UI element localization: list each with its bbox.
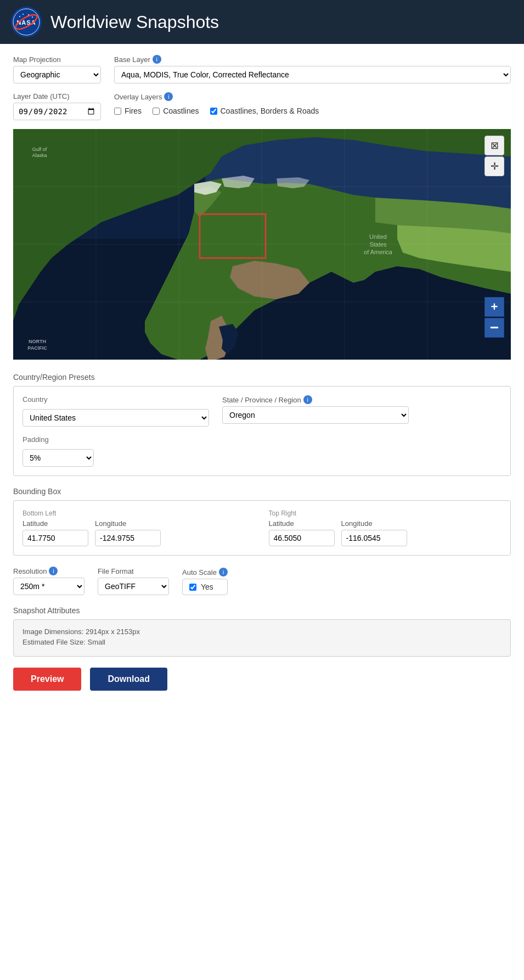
crop-tool-button[interactable]: ⊠: [484, 136, 504, 155]
base-layer-group: Base Layer i Aqua, MODIS, True Color, Co…: [114, 55, 511, 83]
image-dimensions-label: Image Dimensions:: [22, 628, 83, 636]
image-dimensions-row: Image Dimensions: 2914px x 2153px: [22, 628, 502, 636]
svg-text:United: United: [369, 233, 387, 240]
map-projection-select[interactable]: Geographic Arctic Antarctic: [13, 66, 101, 83]
top-right-lon-group: Longitude: [341, 519, 407, 546]
padding-select[interactable]: 0% 5% 10% 15% 20%: [22, 449, 94, 467]
country-label: Country: [22, 395, 209, 404]
svg-text:of America: of America: [364, 249, 393, 255]
top-right-lat-group: Latitude: [269, 519, 335, 546]
top-right-lon-label: Longitude: [341, 519, 407, 528]
map-projection-label: Map Projection: [13, 55, 101, 64]
nasa-logo: NASA: [11, 7, 42, 37]
autoscale-group: Auto Scale i Yes: [182, 568, 228, 595]
image-dimensions-value: 2914px x 2153px: [86, 628, 140, 636]
resolution-group: Resolution i 250m * 500m 1km 2km 4km 8km: [13, 567, 84, 595]
svg-text:Gulf of: Gulf of: [32, 147, 47, 152]
resolution-select[interactable]: 250m * 500m 1km 2km 4km 8km: [13, 578, 84, 595]
preview-button[interactable]: Preview: [13, 668, 81, 691]
svg-point-5: [19, 16, 20, 17]
svg-text:PACIFIC: PACIFIC: [27, 345, 47, 351]
state-label: State / Province / Region i: [222, 395, 409, 404]
svg-point-7: [28, 14, 29, 15]
bottom-left-lat-label: Latitude: [22, 519, 88, 528]
file-format-group: File Format GeoTIFF JPEG PNG: [98, 567, 169, 595]
autoscale-info-icon[interactable]: i: [219, 568, 228, 576]
overlay-layers-label: Overlay Layers i: [114, 92, 319, 101]
svg-text:NORTH: NORTH: [29, 339, 46, 344]
coastlines-borders-checkbox-label[interactable]: Coastlines, Borders & Roads: [210, 107, 319, 115]
layer-date-group: Layer Date (UTC): [13, 92, 101, 120]
bottom-left-lon-group: Longitude: [95, 519, 161, 546]
form-row-1: Map Projection Geographic Arctic Antarct…: [13, 55, 511, 83]
padding-group: Padding 0% 5% 10% 15% 20%: [22, 435, 502, 467]
coastlines-checkbox[interactable]: [153, 108, 160, 115]
country-region-row: Country United States Canada Mexico Stat…: [22, 395, 502, 427]
resolution-label: Resolution i: [13, 567, 84, 575]
state-info-icon[interactable]: i: [303, 395, 312, 404]
action-buttons: Preview Download: [13, 668, 511, 691]
padding-label: Padding: [22, 435, 502, 444]
bounding-box-panel: Bottom Left Latitude Longitude Top Right: [13, 500, 511, 556]
top-right-lat-label: Latitude: [269, 519, 335, 528]
state-select[interactable]: Oregon California Washington Nevada: [222, 406, 409, 424]
country-region-section-label: Country/Region Presets: [13, 373, 511, 382]
file-size-label: Estimated File Size:: [22, 638, 86, 646]
top-right-fields: Latitude Longitude: [269, 519, 502, 546]
bbox-bottom-left: Bottom Left Latitude Longitude: [22, 509, 256, 546]
base-layer-info-icon[interactable]: i: [153, 55, 161, 64]
coastlines-borders-checkbox[interactable]: [210, 108, 217, 115]
base-layer-label: Base Layer i: [114, 55, 511, 64]
svg-point-8: [32, 16, 33, 18]
svg-text:Alaska: Alaska: [32, 153, 47, 158]
autoscale-box: Yes: [182, 579, 228, 595]
map-container[interactable]: Gulf of Alaska NORTH PACIFIC United Stat…: [13, 129, 511, 360]
file-size-value: Small: [88, 638, 106, 646]
bbox-top-right: Top Right Latitude Longitude: [256, 509, 502, 546]
layer-date-label: Layer Date (UTC): [13, 92, 101, 100]
map-zoom-controls: + −: [484, 297, 504, 338]
top-right-lon-input[interactable]: [341, 530, 407, 546]
top-right-lat-input[interactable]: [269, 530, 335, 546]
bottom-left-label: Bottom Left: [22, 509, 256, 517]
zoom-in-button[interactable]: +: [484, 297, 504, 317]
autoscale-checkbox[interactable]: [189, 584, 196, 591]
file-format-label: File Format: [98, 567, 169, 575]
options-row: Resolution i 250m * 500m 1km 2km 4km 8km…: [13, 567, 511, 595]
fires-checkbox[interactable]: [114, 108, 121, 115]
map-top-controls: ⊠ ✛: [484, 136, 504, 176]
fires-checkbox-label[interactable]: Fires: [114, 107, 142, 115]
base-layer-select[interactable]: Aqua, MODIS, True Color, Corrected Refle…: [114, 66, 511, 83]
snapshot-panel: Image Dimensions: 2914px x 2153px Estima…: [13, 619, 511, 657]
overlay-layers-group: Overlay Layers i Fires Coastlines Coastl…: [114, 92, 319, 119]
autoscale-label: Auto Scale i: [182, 568, 228, 576]
snapshot-section-label: Snapshot Attributes: [13, 606, 511, 615]
resolution-info-icon[interactable]: i: [49, 567, 58, 575]
country-select[interactable]: United States Canada Mexico: [22, 409, 209, 427]
download-button[interactable]: Download: [90, 668, 167, 691]
svg-point-6: [22, 14, 24, 15]
bottom-left-lat-group: Latitude: [22, 519, 88, 546]
app-title: Worldview Snapshots: [50, 12, 219, 32]
svg-text:States: States: [369, 241, 387, 248]
zoom-out-button[interactable]: −: [484, 318, 504, 338]
country-group: Country United States Canada Mexico: [22, 395, 209, 427]
bottom-left-lon-input[interactable]: [95, 530, 161, 546]
country-region-panel: Country United States Canada Mexico Stat…: [13, 386, 511, 476]
bottom-left-lon-label: Longitude: [95, 519, 161, 528]
bounding-box-section-label: Bounding Box: [13, 487, 511, 496]
layer-date-input[interactable]: [13, 103, 101, 120]
pan-tool-button[interactable]: ✛: [484, 156, 504, 176]
form-row-2: Layer Date (UTC) Overlay Layers i Fires …: [13, 92, 511, 120]
bbox-row: Bottom Left Latitude Longitude Top Right: [22, 509, 502, 546]
file-format-select[interactable]: GeoTIFF JPEG PNG: [98, 578, 169, 595]
state-group: State / Province / Region i Oregon Calif…: [222, 395, 409, 427]
bottom-left-lat-input[interactable]: [22, 530, 88, 546]
bottom-left-fields: Latitude Longitude: [22, 519, 256, 546]
overlay-layers-info-icon[interactable]: i: [164, 92, 173, 101]
coastlines-checkbox-label[interactable]: Coastlines: [153, 107, 199, 115]
map-projection-group: Map Projection Geographic Arctic Antarct…: [13, 55, 101, 83]
file-size-row: Estimated File Size: Small: [22, 638, 502, 646]
app-header: NASA Worldview Snapshots: [0, 0, 524, 44]
autoscale-yes-label: Yes: [201, 583, 213, 591]
